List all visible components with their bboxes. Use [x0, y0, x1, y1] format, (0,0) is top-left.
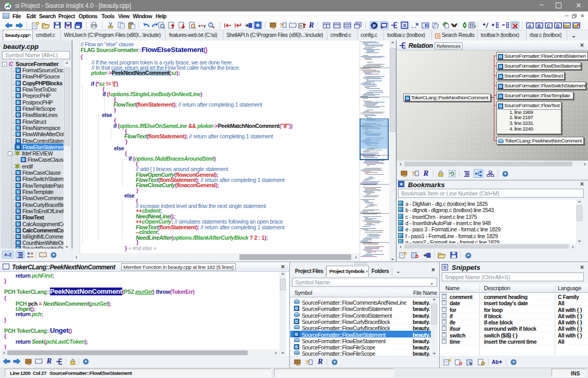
svg-text:fx: fx [299, 24, 302, 28]
svg-text:?: ? [426, 24, 428, 28]
svg-text:P: P [373, 23, 376, 28]
svg-text:D: D [556, 23, 559, 28]
svg-text:?: ? [412, 171, 415, 177]
svg-text:A: A [528, 23, 531, 28]
svg-text:?: ? [305, 359, 309, 366]
svg-text:Ab: Ab [492, 359, 498, 365]
svg-text:?: ? [279, 22, 283, 29]
svg-text:y: y [203, 23, 206, 28]
svg-text:S: S [403, 23, 406, 28]
svg-text:C: C [547, 23, 550, 28]
svg-text:B: B [538, 23, 541, 28]
